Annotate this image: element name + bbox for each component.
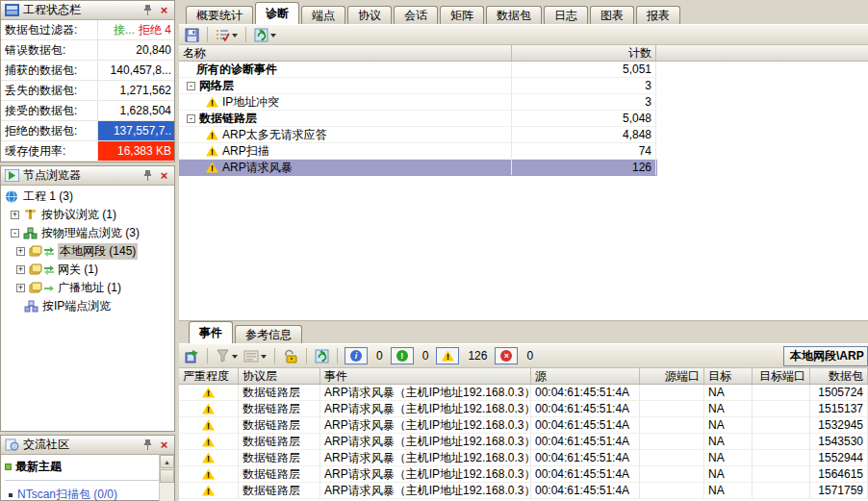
- tab-logs[interactable]: 日志: [544, 6, 588, 24]
- tree-item-gateway[interactable]: 网关 (1): [1, 261, 174, 279]
- save-icon: [185, 28, 199, 42]
- scroll-up-icon[interactable]: ▲: [160, 455, 174, 468]
- warning-count-toggle[interactable]: [436, 347, 459, 364]
- tab-events[interactable]: 事件: [189, 321, 233, 343]
- event-row[interactable]: 数据链路层 ARP请求风暴（主机IP地址192.168.0.3） 00:04:6…: [179, 401, 868, 417]
- tree-item-physical-explorer[interactable]: 按物理端点浏览 (3): [1, 224, 174, 242]
- status-value: 20,840: [97, 40, 174, 60]
- close-icon[interactable]: [158, 438, 170, 451]
- info-count-icon: [350, 350, 362, 362]
- diagnosis-row-network-layer[interactable]: 网络层 3: [179, 78, 657, 94]
- lock-icon: [283, 349, 298, 363]
- pin-icon[interactable]: [141, 438, 154, 451]
- community-scrollbar[interactable]: ▲: [159, 455, 174, 501]
- status-label: 捕获的数据包:: [1, 61, 97, 80]
- event-row[interactable]: 数据链路层 ARP请求风暴（主机IP地址192.168.0.3） 00:04:6…: [179, 385, 868, 401]
- warning-icon: [202, 453, 215, 463]
- status-row: 错误数据包: 20,840: [1, 40, 174, 61]
- close-icon[interactable]: [158, 169, 170, 182]
- warning-icon: [206, 130, 218, 140]
- tab-endpoints[interactable]: 端点: [301, 6, 345, 24]
- diagnosis-row-arp-scan[interactable]: ARP扫描 74: [179, 143, 657, 160]
- tab-packets[interactable]: 数据包: [486, 6, 542, 24]
- pin-icon[interactable]: [141, 169, 154, 182]
- tab-matrix[interactable]: 矩阵: [440, 6, 484, 24]
- status-row: 丢失的数据包: 1,271,562: [1, 81, 174, 101]
- diagnosis-row-datalink-layer[interactable]: 数据链路层 5,048: [179, 111, 657, 127]
- expand-icon[interactable]: [16, 284, 25, 292]
- refresh-button[interactable]: [253, 27, 277, 43]
- error-count-toggle[interactable]: [495, 347, 518, 364]
- diagnosis-row-all-events[interactable]: 所有的诊断事件 5,051: [179, 62, 657, 78]
- warning-icon: [202, 404, 215, 414]
- scrollbar-thumb[interactable]: [160, 469, 174, 483]
- tab-charts[interactable]: 图表: [590, 6, 634, 24]
- panel-title: 工程状态栏: [23, 2, 138, 18]
- diagnosis-row-ip-conflict[interactable]: IP地址冲突 3: [179, 94, 657, 111]
- column-header-source[interactable]: 源: [531, 368, 640, 384]
- normal-count-toggle[interactable]: [391, 347, 414, 364]
- tab-protocols[interactable]: 协议: [347, 6, 392, 24]
- column-header-name[interactable]: 名称: [179, 45, 512, 61]
- main-area: 概要统计 诊断 端点 协议 会话 矩阵 数据包 日志 图表 报表: [179, 0, 868, 501]
- context-path-label: 本地网段\ARP: [783, 346, 868, 366]
- tab-sessions[interactable]: 会话: [394, 6, 438, 24]
- diagnosis-row-arp-storm-selected[interactable]: ARP请求风暴 126: [179, 160, 657, 176]
- save-button[interactable]: [184, 27, 200, 43]
- panel-node-explorer-titlebar: 节点浏览器: [1, 166, 174, 186]
- tree-item-broadcast[interactable]: 广播地址 (1): [1, 279, 174, 297]
- display-filter-button[interactable]: [215, 27, 239, 43]
- event-row[interactable]: 数据链路层 ARP请求风暴（主机IP地址192.168.0.3） 00:04:6…: [179, 483, 868, 499]
- event-row[interactable]: 数据链路层 ARP请求风暴（主机IP地址192.168.0.3） 00:04:6…: [179, 450, 868, 466]
- community-section: 最新主题: [1, 455, 174, 477]
- tab-reports[interactable]: 报表: [636, 6, 680, 24]
- event-row[interactable]: 数据链路层 ARP请求风暴（主机IP地址192.168.0.3） 00:04:6…: [179, 417, 868, 434]
- tab-reference[interactable]: 参考信息: [235, 325, 302, 343]
- status-label: 接受的数据包:: [1, 101, 97, 120]
- segment-icon: [29, 263, 54, 276]
- close-icon[interactable]: [158, 4, 170, 16]
- status-row: 接受的数据包: 1,628,504: [1, 101, 174, 121]
- collapse-icon[interactable]: [11, 229, 19, 238]
- tree-item-ip-explorer[interactable]: 按IP端点浏览: [1, 297, 174, 315]
- status-value-alert: 16,383 KB: [97, 141, 174, 161]
- refresh-events-button[interactable]: [314, 348, 330, 364]
- diagnosis-row-arp-noreply[interactable]: ARP太多无请求应答 4,848: [179, 127, 657, 143]
- view-tabstrip: 概要统计 诊断 端点 协议 会话 矩阵 数据包 日志 图表 报表: [179, 0, 868, 24]
- community-topic: NTscan扫描包 (0/0): [1, 481, 174, 501]
- tab-summary[interactable]: 概要统计: [186, 6, 253, 24]
- expand-icon[interactable]: [16, 265, 25, 274]
- collapse-icon[interactable]: [187, 114, 195, 123]
- column-header-event[interactable]: 事件: [320, 368, 531, 384]
- column-header-layer[interactable]: 协议层: [239, 368, 320, 384]
- column-header-src-port[interactable]: 源端口: [640, 368, 704, 384]
- column-header-packets[interactable]: 数据包: [810, 368, 868, 384]
- export-button[interactable]: [184, 348, 200, 364]
- segment-icon: [29, 245, 54, 258]
- column-header-dst-port[interactable]: 目标端口: [753, 368, 810, 384]
- lock-button[interactable]: [282, 348, 299, 364]
- pin-icon[interactable]: [141, 4, 154, 16]
- info-count-toggle[interactable]: [345, 347, 368, 364]
- status-row-rejected: 拒绝的数据包: 137,557,7..: [1, 121, 174, 141]
- column-header-count[interactable]: 计数: [512, 45, 656, 61]
- expand-icon[interactable]: [11, 211, 19, 219]
- event-row[interactable]: 数据链路层 ARP请求风暴（主机IP地址192.168.0.3） 00:04:6…: [179, 466, 868, 483]
- collapse-icon[interactable]: [187, 82, 195, 90]
- expand-icon[interactable]: [16, 247, 25, 256]
- detail-view-button[interactable]: [243, 349, 268, 363]
- warning-icon: [206, 163, 218, 173]
- status-row-buffer: 缓存使用率: 16,383 KB: [1, 141, 174, 162]
- filter-button[interactable]: [215, 348, 239, 363]
- tab-diagnosis[interactable]: 诊断: [255, 2, 299, 24]
- topic-link[interactable]: NTscan扫描包 (0/0): [17, 487, 117, 501]
- column-header-dest[interactable]: 目标: [704, 368, 753, 384]
- tree-item-label-selected: 本地网段 (145): [58, 243, 138, 260]
- event-row[interactable]: 数据链路层 ARP请求风暴（主机IP地址192.168.0.3） 00:04:6…: [179, 434, 868, 450]
- tree-item-local-segment[interactable]: 本地网段 (145): [1, 242, 174, 261]
- tree-item-protocol-explorer[interactable]: 按协议浏览 (1): [1, 206, 174, 224]
- events-table-header: 严重程度 协议层 事件 源 源端口 目标 目标端口 数据包: [179, 368, 868, 385]
- status-value: 1,628,504: [97, 101, 174, 120]
- column-header-severity[interactable]: 严重程度: [179, 368, 239, 384]
- tree-item-project[interactable]: 工程 1 (3): [1, 188, 174, 206]
